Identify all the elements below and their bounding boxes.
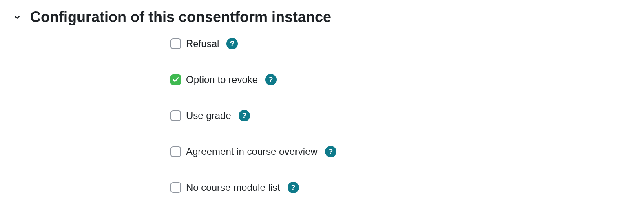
- checkbox-label: Option to revoke: [186, 74, 258, 85]
- form-item-option-to-revoke: Option to revoke ?: [170, 74, 632, 85]
- form-item-use-grade: Use grade ?: [170, 110, 632, 121]
- checkbox-refusal[interactable]: [170, 38, 181, 49]
- form-item-agreement-in-course-overview: Agreement in course overview ?: [170, 146, 632, 157]
- help-icon[interactable]: ?: [226, 38, 238, 49]
- chevron-down-icon[interactable]: [12, 12, 22, 22]
- form-item-refusal: Refusal ?: [170, 38, 632, 49]
- checkbox-use-grade[interactable]: [170, 110, 181, 121]
- form-item-no-course-module-list: No course module list ?: [170, 182, 632, 193]
- help-icon[interactable]: ?: [239, 110, 250, 121]
- help-icon[interactable]: ?: [288, 182, 299, 193]
- checkbox-option-to-revoke[interactable]: [170, 74, 181, 85]
- checkbox-label: Use grade: [186, 110, 231, 121]
- help-icon[interactable]: ?: [325, 146, 336, 157]
- help-icon[interactable]: ?: [265, 74, 277, 85]
- checkbox-label: Refusal: [186, 38, 219, 49]
- section-title: Configuration of this consentform instan…: [30, 8, 331, 26]
- section-header: Configuration of this consentform instan…: [12, 8, 632, 26]
- checkbox-label: No course module list: [186, 182, 280, 193]
- checkbox-no-course-module-list[interactable]: [170, 182, 181, 193]
- checkbox-agreement-in-course-overview[interactable]: [170, 146, 181, 157]
- form-items: Refusal ? Option to revoke ? Use grade ?…: [12, 38, 632, 193]
- checkbox-label: Agreement in course overview: [186, 146, 318, 157]
